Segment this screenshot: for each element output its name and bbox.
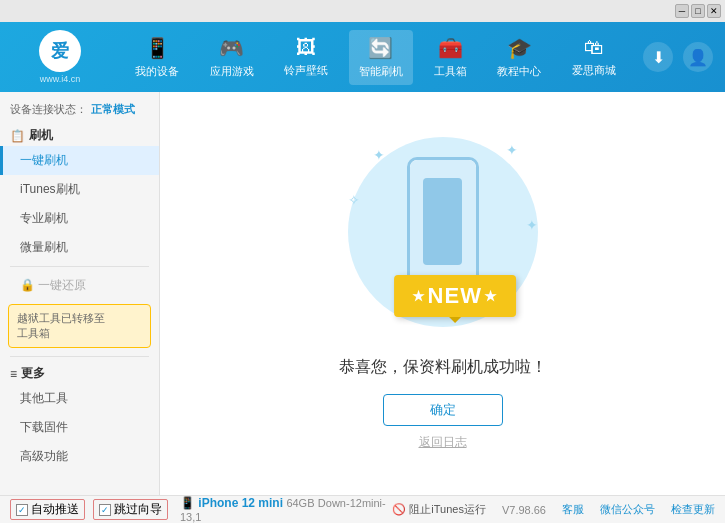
device-name: iPhone 12 mini (198, 496, 283, 510)
nav-label-shop: 爱思商城 (572, 63, 616, 78)
version-label: V7.98.66 (502, 504, 546, 516)
bottom-right: 🚫 阻止iTunes运行 V7.98.66 客服 微信公众号 检查更新 (392, 502, 715, 517)
skip-wizard-label: 跳过向导 (114, 501, 162, 518)
apps-icon: 🎮 (219, 36, 244, 60)
nav-item-shop[interactable]: 🛍 爱思商城 (562, 30, 626, 84)
nav-item-smart-flash[interactable]: 🔄 智能刷机 (349, 30, 413, 85)
jailbreak-note: 越狱工具已转移至 工具箱 (8, 304, 151, 348)
section-more: ≡ 更多 (0, 361, 159, 384)
sidebar-item-pro-flash[interactable]: 专业刷机 (0, 204, 159, 233)
device-icon: 📱 (180, 496, 198, 510)
phone-illustration (407, 157, 479, 287)
content-area: ✦ ✦ ✧ ✦ ★ NEW ★ 恭喜您，保资料刷机成功啦！ (160, 92, 725, 495)
phone-screen-inner (423, 178, 463, 265)
status-label: 设备连接状态： (10, 102, 87, 117)
tutorials-icon: 🎓 (507, 36, 532, 60)
section-flash: 📋 刷机 (0, 123, 159, 146)
nav-bar: 📱 我的设备 🎮 应用游戏 🖼 铃声壁纸 🔄 智能刷机 🧰 工具箱 🎓 教程中心… (120, 30, 631, 85)
sparkle-1: ✦ (373, 147, 385, 163)
smart-flash-icon: 🔄 (368, 36, 393, 60)
auto-push-label: 自动推送 (31, 501, 79, 518)
flash-section-icon: 📋 (10, 129, 25, 143)
check-update-link[interactable]: 检查更新 (671, 502, 715, 517)
nav-label-tutorials: 教程中心 (497, 64, 541, 79)
skip-wizard-checkbox[interactable]: ✓ 跳过向导 (93, 499, 168, 520)
stop-icon: 🚫 (392, 503, 406, 516)
toolbox-icon: 🧰 (438, 36, 463, 60)
nav-item-toolbox[interactable]: 🧰 工具箱 (424, 30, 477, 85)
user-button[interactable]: 👤 (683, 42, 713, 72)
sidebar-item-other-tools[interactable]: 其他工具 (0, 384, 159, 413)
skip-wizard-check-icon: ✓ (99, 504, 111, 516)
nav-label-my-device: 我的设备 (135, 64, 179, 79)
note-title: 越狱工具已转移至 (17, 311, 142, 326)
nav-item-wallpaper[interactable]: 🖼 铃声壁纸 (274, 30, 338, 84)
sidebar-item-micro-flash[interactable]: 微量刷机 (0, 233, 159, 262)
phone-screen (410, 160, 476, 284)
sidebar-item-one-click-restore: 🔒 一键还原 (0, 271, 159, 300)
success-illustration: ✦ ✦ ✧ ✦ ★ NEW ★ (333, 137, 553, 337)
minimize-button[interactable]: ─ (675, 4, 689, 18)
success-message: 恭喜您，保资料刷机成功啦！ (339, 357, 547, 378)
phone-body (407, 157, 479, 287)
nav-label-apps: 应用游戏 (210, 64, 254, 79)
nav-item-my-device[interactable]: 📱 我的设备 (125, 30, 189, 85)
sidebar-divider-2 (10, 356, 149, 357)
nav-label-wallpaper: 铃声壁纸 (284, 63, 328, 78)
new-ribbon-text: ★ NEW ★ (394, 275, 516, 317)
close-button[interactable]: ✕ (707, 4, 721, 18)
nav-item-tutorials[interactable]: 🎓 教程中心 (487, 30, 551, 85)
sidebar-item-advanced[interactable]: 高级功能 (0, 442, 159, 471)
auto-push-check-icon: ✓ (16, 504, 28, 516)
status-value: 正常模式 (91, 102, 135, 117)
header: 爱 www.i4.cn 📱 我的设备 🎮 应用游戏 🖼 铃声壁纸 🔄 智能刷机 … (0, 22, 725, 92)
stop-itunes-label: 阻止iTunes运行 (409, 502, 486, 517)
sparkle-2: ✦ (506, 142, 518, 158)
wallpaper-icon: 🖼 (296, 36, 316, 59)
device-info: 📱 iPhone 12 mini 64GB Down-12mini-13,1 (170, 496, 392, 524)
confirm-button[interactable]: 确定 (383, 394, 503, 426)
bottom-left: ✓ 自动推送 ✓ 跳过向导 (10, 499, 170, 520)
wechat-link[interactable]: 微信公众号 (600, 502, 655, 517)
lock-icon: 🔒 (20, 278, 35, 292)
sidebar-item-download-fw[interactable]: 下载固件 (0, 413, 159, 442)
customer-service-link[interactable]: 客服 (562, 502, 584, 517)
connection-status: 设备连接状态： 正常模式 (0, 96, 159, 123)
title-bar: ─ □ ✕ (0, 0, 725, 22)
sidebar-item-one-key-flash[interactable]: 一键刷机 (0, 146, 159, 175)
device-icon: 📱 (145, 36, 170, 60)
device-storage: 64GB (286, 497, 314, 509)
nav-label-toolbox: 工具箱 (434, 64, 467, 79)
sidebar: 设备连接状态： 正常模式 📋 刷机 一键刷机 iTunes刷机 专业刷机 微量刷… (0, 92, 160, 495)
sparkle-3: ✧ (348, 192, 360, 208)
stop-itunes-area: 🚫 阻止iTunes运行 (392, 502, 486, 517)
sparkle-4: ✦ (526, 217, 538, 233)
maximize-button[interactable]: □ (691, 4, 705, 18)
logo-icon: 爱 (39, 30, 81, 72)
new-badge: ★ NEW ★ (394, 275, 516, 317)
logo-subtitle: www.i4.cn (40, 74, 81, 84)
shop-icon: 🛍 (584, 36, 604, 59)
auto-push-checkbox[interactable]: ✓ 自动推送 (10, 499, 85, 520)
more-icon: ≡ (10, 367, 17, 381)
main-area: 设备连接状态： 正常模式 📋 刷机 一键刷机 iTunes刷机 专业刷机 微量刷… (0, 92, 725, 495)
sidebar-divider-1 (10, 266, 149, 267)
back-to-log-link[interactable]: 返回日志 (419, 434, 467, 451)
sidebar-item-itunes-flash[interactable]: iTunes刷机 (0, 175, 159, 204)
bottom-bar: ✓ 自动推送 ✓ 跳过向导 📱 iPhone 12 mini 64GB Down… (0, 495, 725, 523)
note-subtitle: 工具箱 (17, 326, 142, 341)
nav-item-apps[interactable]: 🎮 应用游戏 (200, 30, 264, 85)
logo-area: 爱 www.i4.cn (0, 30, 120, 84)
download-button[interactable]: ⬇ (643, 42, 673, 72)
header-actions: ⬇ 👤 (631, 42, 725, 72)
nav-label-smart-flash: 智能刷机 (359, 64, 403, 79)
